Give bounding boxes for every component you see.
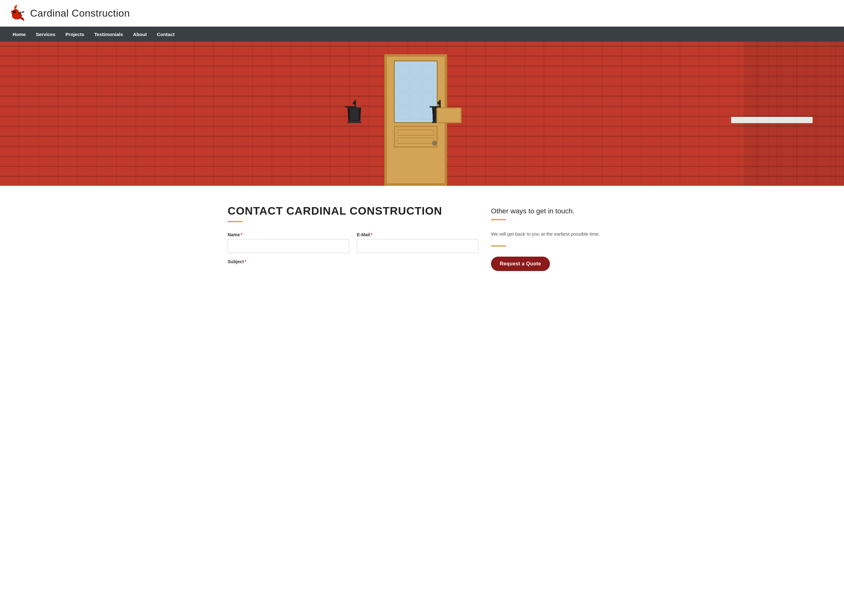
subject-label: Subject* (228, 259, 478, 264)
site-header: Cardinal Construction (0, 0, 844, 26)
email-label: E-Mail* (357, 232, 478, 237)
nav-contact[interactable]: Contact (152, 26, 179, 42)
main-nav: Home Services Projects Testimonials Abou… (0, 26, 844, 42)
name-input[interactable] (228, 239, 349, 253)
sidebar-body-text: We will get back to you at the earliest … (491, 230, 616, 238)
svg-rect-5 (345, 106, 356, 107)
cardinal-logo-icon (7, 4, 26, 23)
door-knob (432, 141, 437, 146)
mailbox (437, 107, 462, 123)
nav-about[interactable]: About (128, 26, 152, 42)
contact-sidebar: Other ways to get in touch. We will get … (491, 205, 616, 271)
contact-section: CONTACT CARDINAL CONSTRUCTION Name* E-Ma… (228, 205, 478, 271)
contact-heading: CONTACT CARDINAL CONSTRUCTION (228, 205, 478, 217)
window-shelf (731, 117, 813, 123)
svg-point-10 (353, 101, 356, 105)
sidebar-divider-2 (491, 245, 506, 246)
subject-required-star: * (244, 259, 246, 264)
left-lantern (345, 100, 364, 129)
name-label: Name* (228, 232, 349, 237)
sidebar-heading: Other ways to get in touch. (491, 207, 616, 215)
svg-point-17 (437, 101, 441, 105)
hero-image (0, 42, 844, 186)
nav-services[interactable]: Services (31, 26, 60, 42)
contact-divider (228, 221, 243, 222)
name-group: Name* (228, 232, 349, 253)
nav-projects[interactable]: Projects (60, 26, 89, 42)
email-input[interactable] (357, 239, 478, 253)
subject-group: Subject* (228, 259, 478, 264)
name-required-star: * (240, 232, 243, 237)
logo-area: Cardinal Construction (7, 4, 130, 23)
nav-home[interactable]: Home (7, 26, 31, 42)
nav-testimonials[interactable]: Testimonials (89, 26, 128, 42)
email-required-star: * (371, 232, 372, 237)
right-panels (744, 42, 844, 186)
name-email-row: Name* E-Mail* (228, 232, 478, 253)
site-title: Cardinal Construction (30, 7, 130, 19)
svg-rect-9 (347, 121, 361, 123)
main-content: CONTACT CARDINAL CONSTRUCTION Name* E-Ma… (203, 186, 641, 290)
email-group: E-Mail* (357, 232, 478, 253)
svg-point-3 (14, 11, 15, 12)
svg-rect-8 (350, 109, 359, 121)
sidebar-divider (491, 219, 506, 220)
request-quote-button[interactable]: Request a Quote (491, 257, 550, 271)
